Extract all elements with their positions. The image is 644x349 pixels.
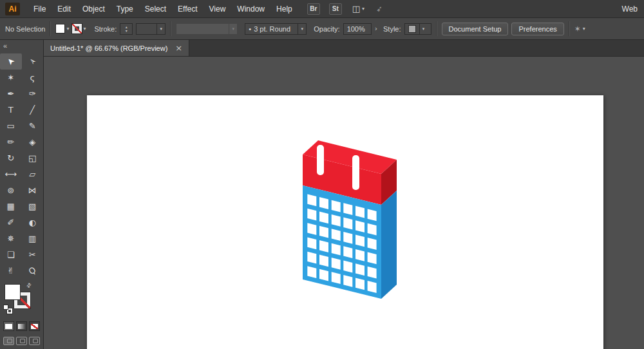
gradient-tool[interactable]: ▧ [22,198,44,214]
perspective-grid-tool[interactable]: ⋈ [22,182,44,198]
eyedropper-tool[interactable]: ✐ [0,214,22,231]
brush-definition-dropdown: ▾ [176,23,238,35]
stroke-weight-label[interactable]: Stroke: [94,25,117,33]
menu-item-effect[interactable]: Effect [172,5,203,14]
curvature-tool[interactable]: ✑ [22,86,44,102]
default-fill-stroke-icon[interactable] [3,305,12,314]
rectangle-tool[interactable]: ▭ [0,118,22,134]
rotate-tool[interactable]: ↻ [0,150,22,166]
arrange-documents-button[interactable]: ◫ ▾ [352,4,365,14]
chevron-down-icon: ▾ [156,24,165,34]
menu-list: FileEditObjectTypeSelectEffectViewWindow… [28,5,298,14]
stroke-weight-dropdown[interactable]: ▾ [136,23,166,35]
stepper-down-icon[interactable]: ▾ [126,29,128,33]
paintbrush-tool[interactable]: ✎ [22,118,44,134]
preferences-button[interactable]: Preferences [511,23,564,35]
opacity-label[interactable]: Opacity: [314,25,339,33]
line-segment-tool-icon: ╱ [30,106,35,114]
document-tab[interactable]: Untitled-1* @ 66.67% (RGB/Preview) × [44,40,189,56]
menu-item-file[interactable]: File [28,5,52,14]
gpu-performance-icon[interactable]: ➶ [375,4,383,14]
hand-tool[interactable]: ✌ [0,263,22,279]
artboard-tool[interactable]: ❏ [0,247,22,263]
lasso-tool-icon: ς [30,73,35,82]
scale-tool[interactable]: ◱ [22,150,44,166]
app-logo-icon[interactable]: Ai [5,3,20,15]
menu-item-select[interactable]: Select [139,5,172,14]
style-dropdown[interactable]: ▾ [404,23,431,35]
control-bar: No Selection ▾ ▾ Stroke: ▴ ▾ ▾ ▾ • 3 pt.… [0,18,644,40]
line-segment-tool[interactable]: ╱ [22,102,44,118]
lasso-tool[interactable]: ς [22,70,44,86]
stock-button[interactable]: St [329,3,342,15]
bridge-button[interactable]: Br [307,3,320,15]
zoom-tool[interactable]: Ϙ [22,263,44,279]
tools-panel: « ➤➢✶ς✒✑T╱▭✎✏◈↻◱⟷▱⊚⋈▦▧✐◐✵▥❏✂✌Ϙ ⇄ [0,40,44,349]
color-button[interactable] [3,321,14,331]
menu-item-help[interactable]: Help [270,5,298,14]
column-graph-tool[interactable]: ▥ [22,231,44,247]
symbol-sprayer-tool[interactable]: ✵ [0,231,22,247]
workspace-switcher[interactable]: Web [622,5,638,14]
menu-item-view[interactable]: View [204,5,232,14]
document-setup-button[interactable]: Document Setup [442,23,509,35]
fill-color-control[interactable]: ▾ [55,24,69,33]
eyedropper-tool-icon: ✐ [7,218,14,227]
blend-tool[interactable]: ◐ [22,214,44,231]
none-button[interactable] [29,321,40,331]
mesh-tool[interactable]: ▦ [0,198,22,214]
menu-item-window[interactable]: Window [231,5,270,14]
shape-builder-tool[interactable]: ⊚ [0,182,22,198]
draw-behind-button[interactable] [16,337,27,345]
width-tool[interactable]: ⟷ [0,166,22,182]
rectangle-tool-icon: ▭ [7,122,15,130]
arrange-documents-icon: ◫ [352,4,360,14]
separator [436,21,437,36]
draw-normal-button[interactable] [3,337,14,345]
separator [170,21,171,36]
selection-status: No Selection [5,25,45,33]
artboard-tool-icon: ❏ [7,250,15,259]
close-tab-icon[interactable]: × [175,44,182,52]
pen-tool[interactable]: ✒ [0,86,22,102]
draw-inside-button[interactable] [29,337,40,345]
slice-tool[interactable]: ✂ [22,247,44,263]
corner-style-dropdown[interactable]: • 3 pt. Round ▾ [245,23,307,35]
stroke-weight-stepper[interactable]: ▴ ▾ [120,23,133,35]
menu-item-edit[interactable]: Edit [52,5,77,14]
menu-item-type[interactable]: Type [111,5,139,14]
free-transform-tool[interactable]: ▱ [22,166,44,182]
select-similar-icon: ✶ [574,24,581,33]
collapse-panel-icon[interactable]: « [3,42,7,50]
type-tool-icon: T [8,106,14,114]
chevron-down-icon: ▾ [66,26,69,32]
fill-swatch[interactable] [5,284,21,300]
direct-selection-tool[interactable]: ➢ [22,53,44,70]
select-similar-control[interactable]: ✶ ▾ [574,24,585,33]
hand-tool-icon: ✌ [7,267,14,275]
chevron-down-icon: ▾ [229,24,237,34]
selection-tool[interactable]: ➤ [0,53,22,70]
free-transform-tool-icon: ▱ [29,170,35,178]
direct-selection-tool-icon: ➢ [27,56,38,67]
separator [50,21,51,36]
shaper-tool[interactable]: ✏ [0,134,22,150]
width-tool-icon: ⟷ [5,170,17,178]
opacity-value: 100% [344,25,368,33]
canvas-pasteboard[interactable] [44,57,644,349]
chevron-right-icon[interactable]: › [375,24,377,33]
swap-fill-stroke-icon[interactable]: ⇄ [25,281,33,289]
type-tool[interactable]: T [0,102,22,118]
stroke-color-control[interactable]: ▾ [72,24,86,33]
color-icon [5,324,12,329]
tools-panel-header: « [0,40,43,51]
gradient-button[interactable] [16,321,27,331]
appearance-buttons [0,317,43,331]
menu-item-object[interactable]: Object [77,5,111,14]
opacity-field[interactable]: 100% [343,23,372,35]
calendar-ring-right [352,155,359,190]
magic-wand-tool[interactable]: ✶ [0,70,22,86]
eraser-tool[interactable]: ◈ [22,134,44,150]
gradient-icon [18,324,25,329]
calendar-artwork[interactable] [296,132,406,322]
